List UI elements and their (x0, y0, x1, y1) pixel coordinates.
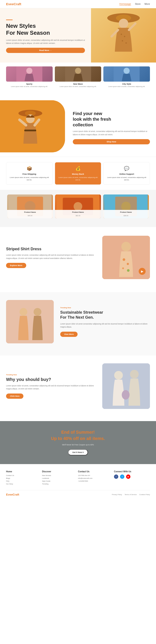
spacer-5 (0, 351, 156, 356)
fresh-collection-content: Find your new look with the fresh collec… (65, 100, 156, 152)
svg-point-2 (119, 19, 128, 28)
facebook-icon[interactable]: f (114, 474, 118, 479)
fresh-collection-image (0, 100, 65, 152)
streetwear-figure (6, 300, 54, 344)
why-buy-heading: Why you should buy? (6, 377, 98, 382)
svg-rect-41 (102, 363, 150, 409)
footer-logo[interactable]: EveeCraft (6, 493, 19, 496)
nav-link-homepage[interactable]: Homepage (119, 2, 131, 6)
sporty-figure (6, 66, 53, 82)
svg-point-36 (122, 268, 124, 269)
nav-link-store[interactable]: Store (135, 2, 141, 6)
footer-discover-links: New Arrivals Lookbook Style Guide Trendi… (42, 474, 76, 485)
banner-cta-button[interactable]: Get it Now ▾ (68, 449, 88, 456)
svg-rect-38 (6, 300, 54, 344)
svg-point-37 (127, 269, 130, 272)
support-icon: 💬 (106, 166, 148, 171)
shipping-icon: 📦 (8, 166, 50, 171)
hero-image (91, 8, 156, 62)
footer-bottom-links: Privacy Policy Terms of Service Cookies … (112, 494, 150, 496)
citystyle-image (103, 66, 150, 82)
style-cards-section: Sporty Lorem ipsum dolor sit amet, conse… (0, 62, 156, 92)
product-label-3: Product Name $38.00 (103, 210, 149, 218)
footer-link-trending[interactable]: Trending (42, 483, 76, 485)
product-label-2: Product Name $62.00 (55, 210, 101, 218)
footer-link-blogs[interactable]: Blogs (6, 477, 40, 479)
shirt-dress-content: Striped Shirt Dress Lorem ipsum dolor si… (6, 247, 102, 268)
fresh-cta-button[interactable]: Shop Now (73, 139, 150, 144)
footer-link-lookbook[interactable]: Lookbook (42, 477, 76, 479)
hero-heading: New Styles For New Season (6, 22, 85, 36)
navbar: EveeCraft Homepage Store More (0, 0, 156, 8)
footer-contact-title: Contact Us (78, 470, 112, 473)
product-price-3: $38.00 (124, 215, 128, 216)
footer-link-styleguide[interactable]: Style Guide (42, 480, 76, 482)
spacer-6 (0, 417, 156, 421)
why-buy-figure (102, 363, 150, 409)
streetwear-description: Lorem ipsum dolor sit amet consectetur a… (60, 322, 150, 328)
shirt-dress-section: Striped Shirt Dress Lorem ipsum dolor si… (0, 227, 156, 288)
banner-section: End of Summer! Up to 40% off on all item… (0, 421, 156, 464)
hero-cta-button[interactable]: Read More → (6, 48, 85, 53)
footer-col-home: Home Contact Us Blogs FAQ Our Story (6, 470, 42, 486)
streetwear-trending-label: Trending Now (60, 307, 150, 309)
streetwear-heading: Sustainable Streetwear For The Next Gen. (60, 310, 150, 320)
footer-bottom: EveeCraft Privacy Policy Terms of Servic… (6, 490, 150, 496)
footer-link-contact[interactable]: Contact Us (6, 474, 40, 476)
svg-point-12 (75, 68, 81, 74)
svg-point-35 (127, 263, 129, 265)
twitter-icon[interactable]: t (120, 474, 124, 479)
style-card-newwave: New Wave Lorem ipsum dolor sit amet, con… (55, 66, 101, 88)
streetwear-image (6, 300, 54, 344)
shirt-dress-cta-button[interactable]: Explore More (6, 263, 26, 268)
hero-description: Lorem ipsum dolor sit amet, consectetur … (6, 39, 85, 45)
footer-phone[interactable]: +1234567890 (78, 480, 112, 482)
footer-link-newarrivals[interactable]: New Arrivals (42, 474, 76, 476)
support-title: Online Support (106, 173, 148, 175)
product-item-1: Product Name $45.00 (7, 194, 53, 218)
newwave-label: New Wave (55, 83, 101, 85)
svg-point-39 (19, 308, 27, 316)
sporty-desc: Lorem ipsum dolor sit amet, consectetur … (6, 86, 53, 88)
footer-home-links: Contact Us Blogs FAQ Our Story (6, 474, 40, 485)
footer-email[interactable]: info@eveecraft.com (78, 477, 112, 479)
footer-social-title: Connect With Us (114, 470, 148, 473)
footer-link-faq[interactable]: FAQ (6, 480, 40, 482)
spacer-2 (0, 152, 156, 157)
svg-point-27 (74, 202, 82, 211)
why-buy-cta-button[interactable]: Click Here (6, 394, 23, 399)
why-buy-content: Trending Now Why you should buy? Lorem i… (6, 374, 102, 399)
shipping-desc: Lorem ipsum dolor sit amet, consectetur … (8, 176, 50, 181)
streetwear-section: Trending Now Sustainable Streetwear For … (0, 292, 156, 351)
svg-point-5 (122, 40, 123, 42)
svg-point-14 (124, 68, 130, 74)
footer-link-ourstory[interactable]: Our Story (6, 483, 40, 485)
fresh-description: Lorem ipsum dolor sit amet, consectetur … (73, 130, 150, 136)
hero-image-placeholder (91, 8, 156, 62)
spacer-3 (0, 223, 156, 227)
banner-heading-1: End of Summer! (6, 430, 150, 435)
svg-point-18 (26, 114, 35, 123)
footer-col-discover: Discover New Arrivals Lookbook Style Gui… (42, 470, 78, 486)
footer-cookies[interactable]: Cookies Policy (139, 494, 150, 496)
nav-link-more[interactable]: More (145, 2, 150, 6)
shirt-dress-heading: Striped Shirt Dress (6, 247, 98, 251)
banner-discount-highlight: 40% off (63, 436, 79, 441)
spacer-4 (0, 288, 156, 292)
footer-col-social: Connect With Us f t ▶ (114, 470, 150, 486)
nav-logo[interactable]: EveeCraft (6, 2, 21, 6)
product-label-1: Product Name $45.00 (7, 210, 53, 218)
svg-point-3 (121, 34, 122, 35)
streetwear-content: Trending Now Sustainable Streetwear For … (60, 307, 150, 337)
streetwear-cta-button[interactable]: View More (60, 332, 78, 337)
footer-terms[interactable]: Terms of Service (125, 494, 137, 496)
svg-point-43 (130, 370, 139, 378)
shirt-dress-description: Lorem ipsum dolor sit amet, consectetur … (6, 254, 98, 260)
footer-privacy[interactable]: Privacy Policy (112, 494, 122, 496)
newwave-desc: Lorem ipsum dolor sit amet, consectetur … (55, 86, 101, 88)
product-name-3: Product Name (105, 211, 147, 213)
newwave-figure (55, 66, 101, 82)
hero-section: New Styles For New Season Lorem ipsum do… (0, 8, 156, 62)
youtube-icon[interactable]: ▶ (126, 474, 131, 479)
money-desc: Lorem ipsum dolor sit amet, consectetur … (57, 176, 99, 181)
